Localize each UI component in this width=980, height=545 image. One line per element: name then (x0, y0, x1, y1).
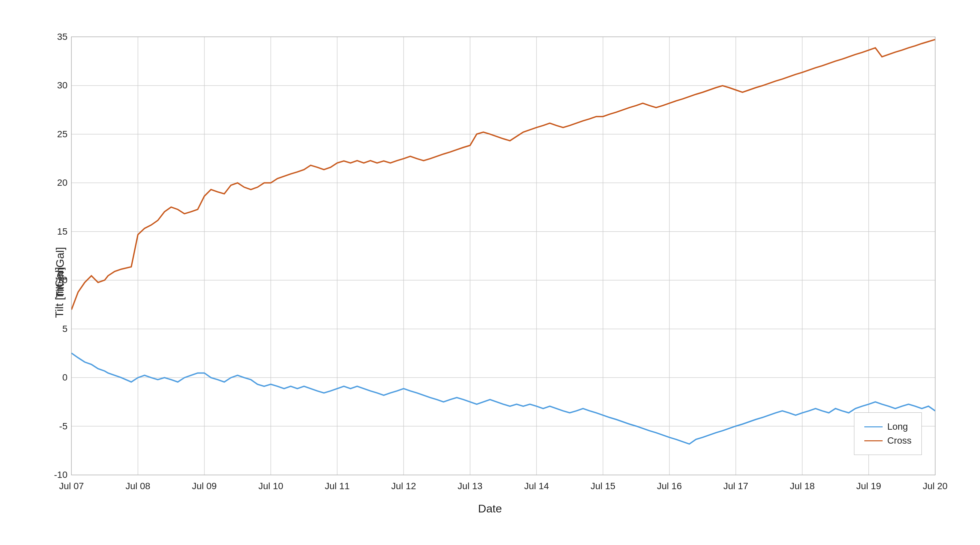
x-tick-jul13: Jul 13 (458, 481, 483, 491)
x-axis-label: Date (478, 502, 502, 515)
x-tick-jul10: Jul 10 (258, 481, 283, 491)
legend-line-cross (864, 440, 883, 441)
cross-line (72, 40, 935, 310)
legend-line-long (864, 426, 883, 427)
y-tick-5: 5 (62, 324, 72, 334)
y-axis-label: Tilt [mGal] (53, 267, 66, 318)
x-tick-jul07: Jul 07 (59, 481, 84, 491)
y-tick-35: 35 (57, 32, 72, 42)
x-tick-jul15: Jul 15 (590, 481, 615, 491)
x-tick-jul09: Jul 09 (192, 481, 217, 491)
long-line (72, 353, 935, 444)
y-tick-15: 15 (57, 226, 72, 237)
y-tick-neg5: -5 (59, 421, 72, 432)
x-tick-jul18: Jul 18 (790, 481, 815, 491)
legend-item-cross: Cross (864, 435, 912, 446)
x-tick-jul20: Jul 20 (923, 481, 948, 491)
legend-item-long: Long (864, 421, 912, 432)
x-tick-jul19: Jul 19 (856, 481, 881, 491)
x-tick-jul14: Jul 14 (524, 481, 549, 491)
y-tick-20: 20 (57, 178, 72, 188)
chart-plot-area: 35 30 25 20 15 10 5 0 -5 -10 Jul 07 Jul … (71, 37, 935, 475)
legend-label-long: Long (887, 421, 908, 432)
chart-container: Tilt [mGal] (25, 17, 955, 528)
x-tick-jul11: Jul 11 (325, 481, 350, 491)
chart-svg (72, 37, 935, 475)
legend-label-cross: Cross (887, 435, 912, 446)
x-tick-jul16: Jul 16 (657, 481, 682, 491)
x-tick-jul17: Jul 17 (723, 481, 748, 491)
x-tick-jul08: Jul 08 (125, 481, 150, 491)
y-tick-30: 30 (57, 80, 72, 91)
y-tick-neg10: -10 (54, 470, 72, 480)
legend: Long Cross (854, 412, 922, 455)
y-tick-0: 0 (62, 372, 72, 383)
y-tick-25: 25 (57, 129, 72, 140)
x-tick-jul12: Jul 12 (391, 481, 416, 491)
